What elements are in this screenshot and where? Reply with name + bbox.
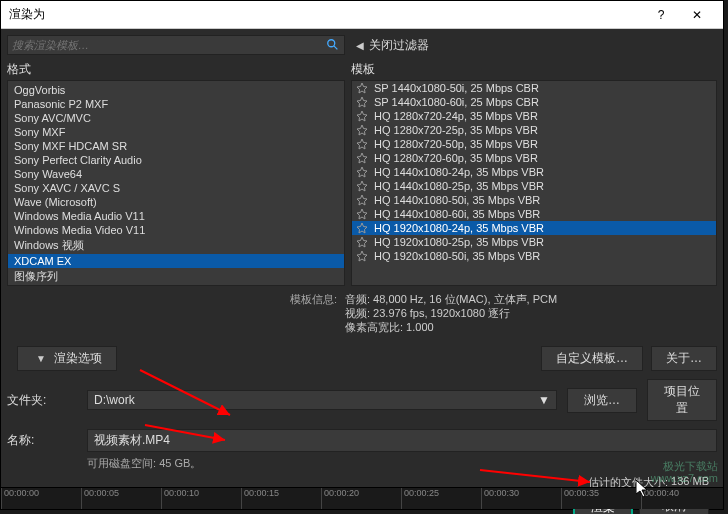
folder-combo[interactable]: D:\work ▼ [87,390,557,410]
list-item[interactable]: Sony MXF [8,125,344,139]
render-options-button[interactable]: ▼ 渲染选项 [17,346,117,371]
project-location-button[interactable]: 项目位置 [647,379,717,421]
list-item[interactable]: Sony Perfect Clarity Audio [8,153,344,167]
star-icon[interactable] [356,110,368,122]
template-info-label: 模板信息: [7,292,345,334]
name-input[interactable]: 视频素材.MP4 [87,429,717,452]
star-icon[interactable] [356,208,368,220]
dialog-title: 渲染为 [9,6,643,23]
list-item[interactable]: HQ 1920x1080-24p, 35 Mbps VBR [352,221,716,235]
template-info: 音频: 48,000 Hz, 16 位(MAC), 立体声, PCM 视频: 2… [345,292,717,334]
list-item[interactable]: Sony MXF HDCAM SR [8,139,344,153]
list-item[interactable]: SP 1440x1080-60i, 25 Mbps CBR [352,95,716,109]
chevron-down-icon: ▼ [538,393,550,407]
timeline-tick: 00:00:10 [161,488,241,509]
about-button[interactable]: 关于… [651,346,717,371]
chevron-left-icon: ◀ [351,40,369,51]
list-item[interactable]: HQ 1440x1080-25p, 35 Mbps VBR [352,179,716,193]
folder-label: 文件夹: [7,392,77,409]
format-label: 格式 [7,61,345,78]
star-icon[interactable] [356,96,368,108]
list-item[interactable]: Sony AVC/MVC [8,111,344,125]
disk-label: 可用磁盘空间: [87,456,156,471]
list-item[interactable]: HQ 1280x720-50p, 35 Mbps VBR [352,137,716,151]
list-item[interactable]: Sony XAVC / XAVC S [8,181,344,195]
list-item[interactable]: HQ 1280x720-24p, 35 Mbps VBR [352,109,716,123]
template-list[interactable]: SP 1440x1080-50i, 25 Mbps CBRSP 1440x108… [351,80,717,286]
template-label: 模板 [351,61,717,78]
list-item[interactable]: HQ 1440x1080-50i, 35 Mbps VBR [352,193,716,207]
timeline: 00:00:0000:00:0500:00:1000:00:1500:00:20… [1,487,723,509]
disk-value: 45 GB。 [159,456,201,471]
titlebar: 渲染为 ? ✕ [1,1,723,29]
search-bar[interactable] [7,35,345,55]
chevron-down-icon: ▼ [32,353,50,364]
star-icon[interactable] [356,138,368,150]
list-item[interactable]: XDCAM EX [8,254,344,268]
list-item[interactable]: Windows Media Video V11 [8,223,344,237]
timeline-tick: 00:00:20 [321,488,401,509]
star-icon[interactable] [356,222,368,234]
list-item[interactable]: HQ 1440x1080-60i, 35 Mbps VBR [352,207,716,221]
list-item[interactable]: HQ 1920x1080-50i, 35 Mbps VBR [352,249,716,263]
list-item[interactable]: Panasonic P2 MXF [8,97,344,111]
list-item[interactable]: HQ 1280x720-60p, 35 Mbps VBR [352,151,716,165]
list-item[interactable]: OggVorbis [8,83,344,97]
list-item[interactable]: Windows 视频 [8,237,344,254]
list-item[interactable]: Sony Wave64 [8,167,344,181]
timeline-tick: 00:00:15 [241,488,321,509]
list-item[interactable]: Wave (Microsoft) [8,195,344,209]
timeline-tick: 00:00:40 [641,488,721,509]
star-icon[interactable] [356,194,368,206]
search-input[interactable] [12,39,326,51]
filter-closer[interactable]: ◀ 关闭过滤器 [351,35,429,55]
list-item[interactable]: SP 1440x1080-50i, 25 Mbps CBR [352,81,716,95]
search-icon[interactable] [326,38,340,52]
list-item[interactable]: HQ 1920x1080-25p, 35 Mbps VBR [352,235,716,249]
svg-line-1 [334,46,338,50]
list-item[interactable]: Windows Media Audio V11 [8,209,344,223]
svg-point-0 [328,40,335,47]
timeline-tick: 00:00:30 [481,488,561,509]
timeline-tick: 00:00:00 [1,488,81,509]
name-label: 名称: [7,432,77,449]
custom-template-button[interactable]: 自定义模板… [541,346,643,371]
star-icon[interactable] [356,236,368,248]
timeline-tick: 00:00:25 [401,488,481,509]
close-button[interactable]: ✕ [679,3,715,27]
star-icon[interactable] [356,82,368,94]
list-item[interactable]: 图像序列 [8,268,344,285]
star-icon[interactable] [356,180,368,192]
star-icon[interactable] [356,250,368,262]
format-list[interactable]: MAGIX IntermediateMainConcept MPEG-1Main… [7,80,345,286]
timeline-tick: 00:00:35 [561,488,641,509]
star-icon[interactable] [356,166,368,178]
star-icon[interactable] [356,152,368,164]
list-item[interactable]: HQ 1440x1080-24p, 35 Mbps VBR [352,165,716,179]
list-item[interactable]: HQ 1280x720-25p, 35 Mbps VBR [352,123,716,137]
timeline-tick: 00:00:05 [81,488,161,509]
browse-button[interactable]: 浏览… [567,388,637,413]
help-button[interactable]: ? [643,3,679,27]
star-icon[interactable] [356,124,368,136]
